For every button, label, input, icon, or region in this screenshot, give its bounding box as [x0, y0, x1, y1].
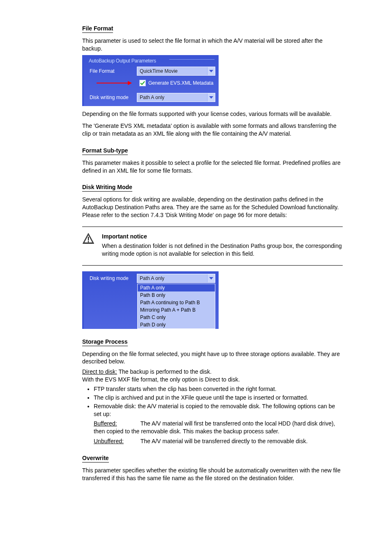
- storage-direct-label: Direct to disk:: [82, 368, 117, 375]
- disk-mode-open-select[interactable]: Path A only: [137, 274, 215, 283]
- file-format-paragraph-2: Depending on the file formats supported …: [82, 110, 343, 118]
- unbuffered-line: Unbuffered: The A/V material will be tra…: [94, 437, 343, 445]
- notice-text: Important notice When a destination fold…: [102, 233, 343, 258]
- checkmark-icon: [140, 81, 145, 86]
- option-path-a-continuing[interactable]: Path A continuing to Path B: [138, 299, 215, 306]
- svg-point-5: [88, 241, 89, 243]
- option-mirroring[interactable]: Mirroring Path A + Path B: [138, 306, 215, 314]
- notice-title: Important notice: [102, 233, 343, 240]
- disk-mode-row: Disk writing mode Path A only: [84, 92, 219, 106]
- file-format-select[interactable]: QuickTime Movie: [137, 67, 215, 76]
- file-format-label: File Format: [90, 68, 133, 74]
- storage-direct-line: Direct to disk: The backup is performed …: [82, 368, 343, 376]
- disk-mode-open-dropdown-button[interactable]: [207, 274, 215, 282]
- warning-icon: [82, 233, 95, 245]
- overwrite-paragraph: This parameter specifies whether the exi…: [82, 467, 343, 482]
- generate-xml-label: Generate EVS.XML Metadata: [148, 80, 213, 86]
- file-format-paragraph-3: The 'Generate EVS XML metadata' option i…: [82, 122, 343, 138]
- storage-direct-text: The backup is performed to the disk.: [117, 368, 212, 375]
- disk-writing-paragraph: Several options for disk writing are ava…: [82, 196, 343, 219]
- divider-top: [82, 227, 343, 227]
- disk-mode-select[interactable]: Path A only: [137, 93, 215, 102]
- checkbox-box: [139, 80, 146, 86]
- file-format-select-dropdown-button[interactable]: [207, 67, 215, 75]
- disk-mode-select-dropdown-button[interactable]: [207, 93, 215, 102]
- option-path-a-only[interactable]: Path A only: [138, 284, 215, 291]
- buffered-line: Buffered: The A/V material will first be…: [94, 420, 343, 435]
- svg-marker-1: [128, 81, 132, 85]
- important-notice: Important notice When a destination fold…: [82, 233, 343, 258]
- buffered-label: Buffered:: [94, 420, 139, 428]
- option-path-c-only[interactable]: Path C only: [138, 314, 215, 321]
- option-path-d-only[interactable]: Path D only: [138, 321, 215, 328]
- disk-mode-open-label: Disk writing mode: [90, 275, 133, 282]
- autobackup-output-panel: AutoBackup Output Parameters File Format…: [82, 55, 219, 106]
- option-path-b-only[interactable]: Path B only: [138, 291, 215, 299]
- autobackup-legend: AutoBackup Output Parameters: [84, 55, 219, 66]
- unbuffered-text: The A/V material will be transferred dir…: [139, 438, 308, 444]
- disk-mode-panel-open: Disk writing mode Path A only Path A onl…: [82, 271, 219, 329]
- generate-xml-row: Generate EVS.XML Metadata: [84, 80, 219, 92]
- disk-mode-open-row: Disk writing mode Path A only: [84, 271, 219, 284]
- bullet-archive: The clip is archived and put in the XFil…: [94, 394, 343, 402]
- disk-mode-option-list: Path A only Path B only Path A continuin…: [137, 284, 215, 329]
- bullet-ftp: FTP transfer starts when the clip has be…: [94, 385, 343, 393]
- notice-body: When a destination folder is not defined…: [102, 242, 343, 258]
- file-format-select-value: QuickTime Movie: [137, 67, 207, 75]
- chevron-down-icon: [209, 96, 213, 99]
- storage-bullet-list: FTP transfer starts when the clip has be…: [82, 385, 343, 418]
- red-arrow-icon: [96, 80, 133, 86]
- unbuffered-label: Unbuffered:: [94, 437, 139, 445]
- fieldset-line: [169, 59, 214, 60]
- heading-file-format: File Format: [82, 25, 113, 33]
- heading-format-subtype: Format Sub-type: [82, 147, 128, 155]
- storage-suboptions: Buffered: The A/V material will first be…: [82, 420, 343, 446]
- disk-mode-open-value: Path A only: [137, 274, 207, 282]
- bullet-removable: Removable disk: the A/V material is copi…: [94, 402, 343, 418]
- chevron-down-icon: [209, 277, 213, 280]
- chevron-down-icon: [209, 70, 213, 72]
- heading-storage-process: Storage Process: [82, 338, 128, 346]
- disk-mode-select-value: Path A only: [137, 93, 207, 102]
- divider-bottom: [82, 265, 343, 266]
- generate-xml-checkbox[interactable]: Generate EVS.XML Metadata: [139, 80, 213, 86]
- heading-disk-writing: Disk Writing Mode: [82, 183, 132, 192]
- storage-intro: Depending on the file format selected, y…: [82, 350, 343, 366]
- format-subtype-paragraph: This parameter makes it possible to sele…: [82, 159, 343, 175]
- file-format-paragraph-1: This parameter is used to select the fil…: [82, 37, 343, 53]
- heading-overwrite: Overwrite: [82, 454, 109, 462]
- storage-direct-note: With the EVS MXF file format, the only o…: [82, 376, 343, 384]
- page-root: File Format This parameter is used to se…: [0, 0, 392, 555]
- disk-mode-label: Disk writing mode: [90, 94, 133, 101]
- file-format-row: File Format QuickTime Movie: [84, 66, 219, 80]
